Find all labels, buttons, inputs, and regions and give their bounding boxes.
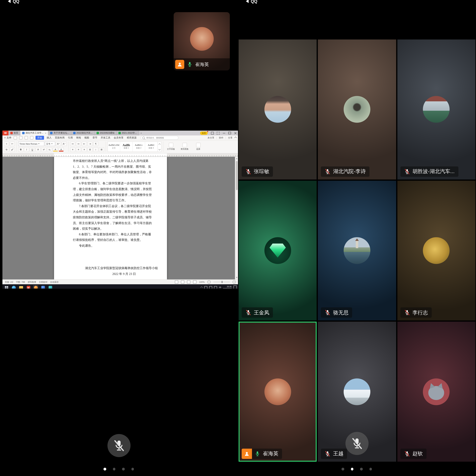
view-mode-icon[interactable] xyxy=(175,280,178,284)
participant-tile[interactable]: 李行志 xyxy=(397,181,476,320)
command-search[interactable] xyxy=(140,136,178,140)
tray-expand-icon[interactable] xyxy=(200,286,203,289)
microphone-toggle-button[interactable] xyxy=(345,432,369,455)
cut-icon[interactable]: ✄ xyxy=(10,141,15,146)
close-button[interactable] xyxy=(233,131,238,136)
participant-tile[interactable]: 张琮敏 xyxy=(238,39,317,179)
teal-app-icon[interactable] xyxy=(48,285,53,289)
menu-item-insert[interactable]: 插入 xyxy=(46,136,52,140)
participants-page[interactable]: QQ 张琮敏 湖北汽院-李诗 胡 xyxy=(238,0,476,476)
superscript-icon[interactable]: x² xyxy=(41,147,47,152)
style-normal[interactable]: AaDbCcDd 正文 xyxy=(108,142,120,152)
paste-icon[interactable]: ⌗ xyxy=(4,141,9,146)
start-menu-icon[interactable] xyxy=(4,285,9,289)
member-badge[interactable]: 会员 xyxy=(200,131,208,135)
proofing-label[interactable]: 文档校对 xyxy=(39,281,48,283)
notification-center-icon[interactable] xyxy=(234,285,237,289)
view-mode-icon[interactable] xyxy=(181,280,184,284)
find-replace-tool[interactable]: 查找替换 xyxy=(179,141,191,153)
vertical-scrollbar[interactable] xyxy=(235,157,238,280)
view-mode-icon[interactable] xyxy=(193,280,196,284)
menu-item-docer[interactable]: 稻壳资源 xyxy=(126,136,137,140)
indent-icon[interactable]: ⇥ xyxy=(87,141,93,146)
zoom-out-button[interactable]: − xyxy=(207,280,211,284)
menu-item-start[interactable]: 开始 xyxy=(35,136,44,140)
style-heading2[interactable]: AaBbCc 标题 2 xyxy=(133,142,145,152)
tab-spreadsheet-1[interactable]: 20220923通知 xyxy=(95,131,117,136)
text-layout-tool[interactable]: 文字排版 xyxy=(165,141,177,153)
menu-item-member[interactable]: 会员专享 xyxy=(113,136,124,140)
screen-share-page[interactable]: QQ 崔海英 W 首页 湖北汽车工业学.. xyxy=(0,0,238,476)
collaborate-button[interactable]: 协作 xyxy=(219,136,223,139)
participant-tile[interactable]: 王金凤 xyxy=(238,181,317,320)
maximize-button[interactable] xyxy=(227,131,233,136)
spellcheck-label[interactable]: 拼写检查 xyxy=(28,281,36,283)
horizontal-ruler[interactable] xyxy=(2,153,238,157)
align-left-icon[interactable]: ≡ xyxy=(70,147,75,152)
participant-tile-active-speaker[interactable]: 崔海英 xyxy=(238,322,317,462)
redo-icon[interactable] xyxy=(30,136,33,140)
view-mode-icon[interactable] xyxy=(187,280,190,284)
tab-document-active[interactable]: 湖北汽车工业学... xyxy=(20,131,49,136)
numbered-list-icon[interactable]: ≕ xyxy=(76,141,81,146)
zoom-slider[interactable] xyxy=(213,282,230,282)
font-size-select[interactable]: 五号 xyxy=(45,141,55,146)
tab-home[interactable]: 首页 xyxy=(9,131,20,136)
share-button[interactable]: 分享 xyxy=(228,136,232,139)
scroll-down-icon[interactable] xyxy=(236,277,237,278)
strikethrough-icon[interactable]: A xyxy=(35,147,41,152)
font-name-select[interactable]: Times New Roman xyxy=(18,141,44,146)
menu-item-page-layout[interactable]: 页面布局 xyxy=(54,136,65,140)
share-status[interactable]: 未分享 xyxy=(207,136,214,139)
wps-logo[interactable]: W xyxy=(2,131,9,136)
theme-icon[interactable] xyxy=(209,131,215,136)
minimize-button[interactable] xyxy=(221,131,227,136)
participant-tile[interactable]: 湖北汽院-李诗 xyxy=(318,39,396,179)
participant-tile[interactable]: 赵钦 xyxy=(397,322,476,462)
highlight-color-icon[interactable]: A xyxy=(53,147,58,152)
menu-item-section[interactable]: 章节 xyxy=(92,136,98,140)
meeting-app-icon[interactable] xyxy=(33,285,38,289)
font-shrink-icon[interactable]: A⁻ xyxy=(62,141,67,146)
font-color-icon[interactable]: A xyxy=(59,147,64,152)
tab-document-3[interactable]: 2022湖北汽车... xyxy=(71,131,95,136)
ime-indicator[interactable]: 中 xyxy=(219,286,221,289)
menu-item-devtools[interactable]: 开发工具 xyxy=(100,136,111,140)
styles-gallery-arrows[interactable] xyxy=(157,142,161,152)
undo-icon[interactable] xyxy=(25,136,28,140)
menu-item-references[interactable]: 引用 xyxy=(67,136,73,140)
file-explorer-icon[interactable] xyxy=(18,285,24,289)
taskbar-clock[interactable]: 20:35 2022/9/23 xyxy=(223,285,232,289)
wps-app-icon[interactable]: W xyxy=(26,285,31,289)
tab-close-icon[interactable] xyxy=(45,132,46,134)
scroll-up-icon[interactable] xyxy=(236,158,237,159)
back-icon[interactable] xyxy=(8,0,11,3)
font-grow-icon[interactable]: A⁺ xyxy=(56,141,61,146)
word-count[interactable]: 字数: 788 xyxy=(16,281,25,283)
participant-tile[interactable]: 骆无思 xyxy=(318,181,396,320)
collapse-ribbon-icon[interactable] xyxy=(234,136,237,139)
document-page[interactable]: 市外返校行政坐班人员“两点一线”上班，以上人员均须第 1、2、3、5、7 天核酸… xyxy=(54,157,167,280)
tab-document-2[interactable]: 关于开展论坛... xyxy=(49,131,71,136)
zoom-slider-knob[interactable] xyxy=(221,281,222,283)
battery-icon[interactable] xyxy=(214,286,217,289)
underline-button[interactable]: U xyxy=(30,147,35,152)
align-center-icon[interactable]: ≡ xyxy=(76,147,81,152)
print-icon[interactable] xyxy=(19,136,22,140)
qq-app-icon[interactable] xyxy=(40,285,46,289)
save-icon[interactable] xyxy=(14,136,17,140)
layout-icon[interactable] xyxy=(215,131,221,136)
style-heading1[interactable]: AaBb 标题 1 xyxy=(120,142,133,152)
line-spacing-icon[interactable]: ↕ xyxy=(93,147,98,152)
search-input[interactable] xyxy=(146,136,177,139)
borders-icon[interactable]: ⊞ xyxy=(99,147,104,152)
paragraph-mark-icon[interactable]: ¶ xyxy=(93,141,98,146)
self-video-tile[interactable]: 崔海英 xyxy=(174,12,230,71)
italic-button[interactable]: I xyxy=(24,147,29,152)
file-menu[interactable]: 文件 xyxy=(4,136,11,140)
align-right-icon[interactable]: ≡ xyxy=(82,147,87,152)
tab-spreadsheet-2[interactable]: 2021-2022学... xyxy=(117,131,139,136)
menu-item-review[interactable]: 审阅 xyxy=(76,136,82,140)
autosave-label[interactable]: 自动保存 xyxy=(50,281,59,283)
outdent-icon[interactable]: ⇤ xyxy=(82,141,87,146)
